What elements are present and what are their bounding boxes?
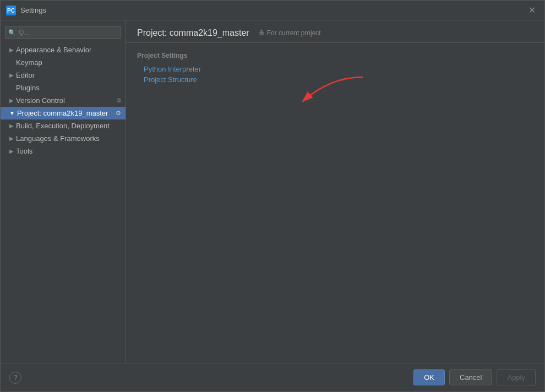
svg-text:PC: PC bbox=[7, 8, 15, 14]
sidebar-item-plugins[interactable]: Plugins bbox=[1, 81, 126, 94]
apply-button[interactable]: Apply bbox=[497, 369, 536, 385]
sidebar-item-label: Languages & Frameworks bbox=[16, 134, 100, 143]
chevron-icon: ▶ bbox=[9, 123, 14, 129]
help-button[interactable]: ? bbox=[9, 372, 21, 384]
bottom-right: OK Cancel Apply bbox=[413, 369, 536, 385]
chevron-icon: ▶ bbox=[9, 97, 14, 104]
sidebar-item-appearance[interactable]: ▶ Appearance & Behavior bbox=[1, 43, 126, 56]
content-body: Project Settings Python Interpreter Proj… bbox=[126, 43, 544, 363]
cancel-button[interactable]: Cancel bbox=[449, 369, 492, 385]
section-label: Project Settings bbox=[137, 52, 533, 59]
for-current-project-label: For current project bbox=[267, 29, 321, 37]
settings-dialog: PC Settings ✕ 🔍 ▶ Appearance & Behavior … bbox=[0, 0, 545, 392]
search-input[interactable] bbox=[5, 26, 121, 39]
sidebar-item-label: Plugins bbox=[16, 84, 40, 92]
chevron-icon: ▶ bbox=[9, 148, 14, 154]
sidebar-item-build[interactable]: ▶ Build, Execution, Deployment bbox=[1, 119, 126, 132]
sidebar-item-editor[interactable]: ▶ Editor bbox=[1, 69, 126, 81]
sidebar-item-tools[interactable]: ▶ Tools bbox=[1, 145, 126, 157]
app-icon: PC bbox=[6, 6, 16, 15]
project-title: Project: comma2k19_master bbox=[137, 28, 249, 38]
bottom-left: ? bbox=[9, 372, 21, 384]
sidebar-item-languages[interactable]: ▶ Languages & Frameworks bbox=[1, 132, 126, 145]
title-bar-left: PC Settings bbox=[6, 6, 46, 15]
search-box[interactable]: 🔍 bbox=[5, 26, 121, 39]
window-title: Settings bbox=[20, 6, 46, 14]
chevron-icon: ▶ bbox=[9, 72, 14, 78]
sidebar-item-label: Editor bbox=[16, 71, 35, 79]
sidebar-item-label: Appearance & Behavior bbox=[16, 46, 91, 54]
sidebar-item-label: Version Control bbox=[16, 96, 65, 105]
content-area: Project: comma2k19_master 🖶 For current … bbox=[126, 20, 544, 363]
project-structure-link[interactable]: Project Structure bbox=[137, 74, 533, 85]
main-layout: 🔍 ▶ Appearance & Behavior Keymap ▶ Edito… bbox=[1, 20, 544, 363]
content-title: Project: comma2k19_master 🖶 For current … bbox=[137, 28, 533, 38]
sidebar-item-label: Build, Execution, Deployment bbox=[16, 122, 110, 130]
title-bar: PC Settings ✕ bbox=[1, 1, 544, 20]
search-icon: 🔍 bbox=[8, 29, 16, 36]
sidebar-item-label: Project: comma2k19_master bbox=[17, 109, 108, 117]
sidebar-item-label: Tools bbox=[16, 147, 32, 155]
chevron-icon: ▶ bbox=[9, 47, 14, 53]
copy-icon: ⧉ bbox=[117, 97, 121, 104]
monitor-icon: 🖶 bbox=[258, 29, 265, 37]
settings-icon: ⚙ bbox=[116, 110, 121, 117]
sidebar-item-keymap[interactable]: Keymap bbox=[1, 56, 126, 69]
for-current-project-link[interactable]: 🖶 For current project bbox=[258, 29, 321, 37]
content-header: Project: comma2k19_master 🖶 For current … bbox=[126, 20, 544, 43]
sidebar: 🔍 ▶ Appearance & Behavior Keymap ▶ Edito… bbox=[1, 20, 126, 363]
sidebar-item-version-control[interactable]: ▶ Version Control ⧉ bbox=[1, 94, 126, 107]
python-interpreter-link[interactable]: Python Interpreter bbox=[137, 64, 533, 74]
chevron-icon: ▼ bbox=[9, 110, 15, 116]
bottom-bar: ? OK Cancel Apply bbox=[1, 363, 544, 391]
chevron-icon: ▶ bbox=[9, 135, 14, 141]
close-button[interactable]: ✕ bbox=[525, 5, 539, 16]
sidebar-item-label: Keymap bbox=[16, 58, 42, 67]
sidebar-item-project[interactable]: ▼ Project: comma2k19_master ⚙ bbox=[1, 107, 126, 119]
ok-button[interactable]: OK bbox=[413, 369, 445, 385]
